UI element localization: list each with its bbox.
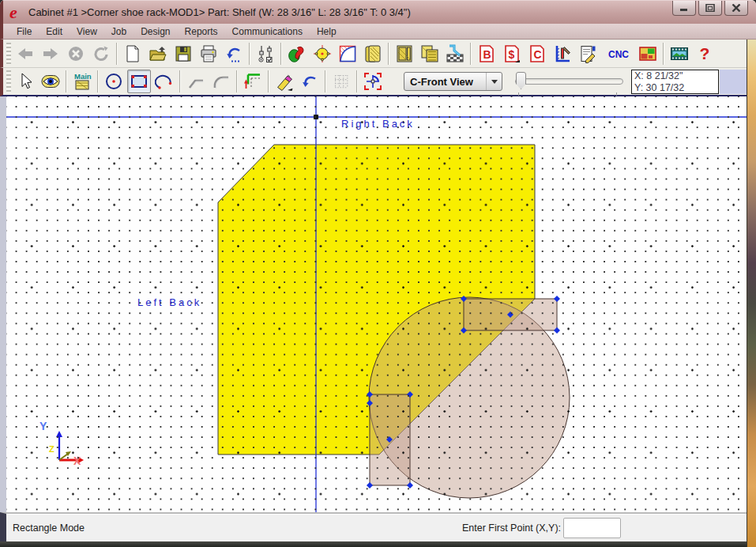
cabinet-button[interactable] bbox=[393, 42, 416, 66]
undo-button[interactable] bbox=[222, 42, 246, 66]
menu-edit[interactable]: Edit bbox=[39, 25, 70, 39]
toolbar-grip[interactable] bbox=[6, 43, 11, 65]
toolbar-separator bbox=[116, 43, 118, 65]
maximize-button[interactable] bbox=[698, 1, 722, 16]
grid-button[interactable] bbox=[329, 70, 353, 93]
axis-indicator: YXZ bbox=[39, 420, 84, 467]
nest-layout-icon bbox=[638, 44, 657, 63]
dimension-icon bbox=[313, 44, 332, 63]
circle-tool-button[interactable] bbox=[102, 70, 126, 93]
view-selector-value: C-Front View bbox=[404, 76, 486, 88]
eye-icon bbox=[41, 72, 60, 91]
main-toolbar: B$CCNC? bbox=[0, 40, 747, 68]
origin-node[interactable] bbox=[314, 115, 318, 119]
reload-button[interactable] bbox=[89, 42, 113, 66]
estimate-button[interactable] bbox=[551, 42, 574, 66]
view-label-left-back: Left Back bbox=[137, 296, 201, 308]
dollar-report-button[interactable]: $ bbox=[500, 42, 524, 66]
room-layout-button[interactable] bbox=[443, 42, 467, 66]
rect-tool-icon bbox=[130, 72, 149, 91]
view-selector[interactable]: C-Front View bbox=[404, 72, 502, 91]
close-button[interactable] bbox=[724, 1, 748, 16]
drawing-canvas[interactable]: YXZ Right BackLeft Back bbox=[6, 96, 747, 512]
toolbar-separator bbox=[356, 70, 358, 92]
back-arrow-button[interactable] bbox=[13, 42, 37, 66]
rect-tool-button[interactable] bbox=[127, 70, 151, 93]
job-report-button[interactable] bbox=[576, 42, 600, 66]
eye-button[interactable] bbox=[39, 70, 62, 93]
menu-help[interactable]: Help bbox=[310, 25, 344, 39]
eraser-button[interactable] bbox=[273, 70, 296, 93]
menu-design[interactable]: Design bbox=[134, 25, 177, 39]
dimension-button[interactable] bbox=[310, 42, 334, 66]
zoom-slider-track[interactable] bbox=[515, 78, 623, 85]
ellipse-tool-button[interactable] bbox=[152, 70, 176, 93]
program-settings-button[interactable] bbox=[254, 42, 277, 66]
c-report-button[interactable]: C bbox=[525, 42, 549, 66]
grid-icon bbox=[332, 72, 351, 91]
save-icon bbox=[174, 44, 193, 63]
print-button[interactable] bbox=[197, 42, 220, 66]
program-settings-icon bbox=[256, 44, 275, 63]
forward-arrow-button[interactable] bbox=[39, 42, 62, 66]
toolbar-separator bbox=[388, 43, 389, 65]
menu-view[interactable]: View bbox=[70, 25, 104, 39]
menu-file[interactable]: File bbox=[9, 25, 39, 39]
eraser-icon bbox=[275, 72, 294, 91]
cabinet-icon bbox=[395, 44, 414, 63]
help-button[interactable]: ? bbox=[693, 42, 717, 66]
view-label-right-back: Right Back bbox=[341, 118, 415, 130]
circle-tool-icon bbox=[104, 72, 123, 91]
toolbar-end-panel bbox=[720, 70, 750, 94]
menu-reports[interactable]: Reports bbox=[178, 25, 225, 39]
svg-text:C: C bbox=[534, 47, 542, 60]
fillet-icon bbox=[212, 72, 231, 91]
room-layout-icon bbox=[446, 44, 465, 63]
b-report-button[interactable]: B bbox=[475, 42, 498, 66]
draw-toolbar: C-Front View X: 8 21/32" Y: 30 17/32 Mai… bbox=[0, 68, 747, 96]
molding-icon bbox=[338, 44, 357, 63]
open-file-button[interactable] bbox=[146, 42, 170, 66]
door-icon bbox=[363, 44, 382, 63]
assembly-icon bbox=[420, 44, 439, 63]
toolbar-separator bbox=[66, 70, 67, 92]
select-button[interactable] bbox=[13, 70, 37, 93]
print-icon bbox=[199, 44, 218, 63]
rotate-ucs-button[interactable] bbox=[361, 70, 385, 93]
chevron-down-icon bbox=[491, 80, 498, 84]
zoom-slider-thumb[interactable] bbox=[516, 72, 526, 89]
cancel-button[interactable] bbox=[64, 42, 88, 66]
menu-communications[interactable]: Communications bbox=[225, 25, 310, 39]
molding-button[interactable] bbox=[336, 42, 359, 66]
first-point-input[interactable] bbox=[563, 518, 621, 538]
menu-job[interactable]: Job bbox=[104, 25, 134, 39]
main-cabinet-button[interactable]: Main bbox=[70, 70, 94, 93]
maximize-icon bbox=[705, 4, 715, 12]
toolbar-separator bbox=[249, 43, 250, 65]
nest-layout-button[interactable] bbox=[636, 42, 660, 66]
fillet-button[interactable] bbox=[209, 70, 233, 93]
minimize-button[interactable] bbox=[672, 1, 696, 16]
axis-y-label: Y bbox=[39, 420, 47, 432]
undo-small-button[interactable] bbox=[298, 70, 322, 93]
edge-properties-button[interactable] bbox=[241, 70, 265, 93]
chamfer-icon bbox=[186, 72, 205, 91]
slideshow-button[interactable] bbox=[668, 42, 691, 66]
toolbar-grip[interactable] bbox=[6, 70, 11, 92]
title-bar: e Cabinet #1 >Corner shoe rack-MOD1> Par… bbox=[0, 0, 756, 24]
job-report-icon bbox=[578, 44, 597, 63]
zoom-slider[interactable] bbox=[515, 71, 623, 92]
new-file-button[interactable] bbox=[121, 42, 145, 66]
cnc-button[interactable]: CNC bbox=[601, 42, 634, 66]
door-button[interactable] bbox=[361, 42, 385, 66]
view-selector-arrow[interactable] bbox=[486, 73, 502, 90]
assembly-button[interactable] bbox=[418, 42, 442, 66]
svg-text:$: $ bbox=[509, 47, 515, 60]
canvas-row: YXZ Right BackLeft Back bbox=[0, 96, 747, 512]
materials-button[interactable] bbox=[285, 42, 309, 66]
save-button[interactable] bbox=[171, 42, 195, 66]
window-title: Cabinet #1 >Corner shoe rack-MOD1> Part:… bbox=[28, 6, 411, 18]
chamfer-button[interactable] bbox=[184, 70, 208, 93]
menu-bar: FileEditViewJobDesignReportsCommunicatio… bbox=[0, 24, 756, 40]
toolbar-separator bbox=[280, 43, 282, 65]
